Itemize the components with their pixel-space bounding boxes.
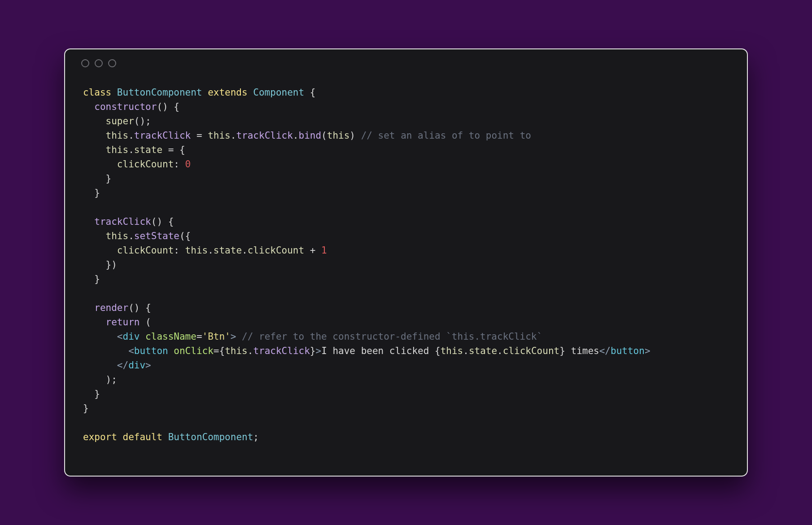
code-block: class ButtonComponent extends Component … bbox=[79, 85, 733, 444]
code-token: export bbox=[83, 432, 123, 442]
code-token: { bbox=[435, 346, 441, 356]
code-token: . bbox=[293, 130, 299, 141]
code-token: . bbox=[497, 346, 503, 356]
code-token: 0 bbox=[185, 159, 191, 170]
minimize-icon[interactable] bbox=[95, 59, 103, 67]
code-token: button bbox=[611, 346, 645, 356]
code-window: class ButtonComponent extends Component … bbox=[64, 48, 748, 477]
code-token: () { bbox=[157, 101, 179, 112]
code-token: div bbox=[123, 331, 146, 342]
close-icon[interactable] bbox=[81, 59, 89, 67]
code-token: < bbox=[128, 346, 134, 356]
code-token: . bbox=[128, 130, 134, 141]
code-token: clickCount bbox=[248, 245, 304, 256]
code-token bbox=[83, 360, 117, 371]
code-token: () { bbox=[128, 302, 151, 313]
code-token bbox=[83, 317, 106, 328]
code-token: ={ bbox=[214, 346, 225, 356]
code-token: = bbox=[191, 130, 208, 141]
code-token bbox=[83, 346, 128, 356]
code-token: trackClick bbox=[253, 346, 310, 356]
code-token: ; bbox=[253, 432, 259, 442]
code-token: clickCount bbox=[117, 159, 174, 170]
code-token: state bbox=[214, 245, 242, 256]
code-token bbox=[83, 302, 94, 313]
code-token bbox=[83, 231, 106, 241]
code-token: ( bbox=[321, 130, 327, 141]
code-token: (); bbox=[134, 116, 151, 127]
code-token: </ bbox=[599, 346, 611, 356]
code-token: this bbox=[106, 231, 129, 241]
code-token: this bbox=[441, 346, 463, 356]
code-token: : bbox=[174, 159, 185, 170]
code-token: super bbox=[106, 116, 134, 127]
code-token bbox=[83, 101, 94, 112]
code-token: = bbox=[196, 331, 202, 342]
code-token: return bbox=[106, 317, 146, 328]
code-token: : bbox=[174, 245, 185, 256]
code-token: trackClick bbox=[134, 130, 191, 141]
code-token: class bbox=[83, 87, 117, 98]
code-token bbox=[83, 245, 117, 256]
code-token: } bbox=[310, 346, 316, 356]
code-token: className bbox=[145, 331, 196, 342]
code-token: default bbox=[123, 432, 168, 442]
window-controls bbox=[81, 59, 733, 67]
code-token: } bbox=[83, 188, 100, 198]
code-token bbox=[83, 331, 117, 342]
code-token: constructor bbox=[94, 101, 157, 112]
code-token: ); bbox=[83, 374, 117, 385]
code-token: trackClick bbox=[94, 216, 151, 227]
code-token: > bbox=[231, 331, 236, 342]
code-token: () { bbox=[151, 216, 174, 227]
code-token: . bbox=[463, 346, 469, 356]
code-token: . bbox=[128, 231, 134, 241]
code-token: } bbox=[83, 173, 111, 184]
code-token: . bbox=[242, 245, 248, 256]
code-token: // set an alias of to point to bbox=[361, 130, 531, 141]
code-token: . bbox=[208, 245, 214, 256]
code-token: Component bbox=[253, 87, 310, 98]
code-token bbox=[83, 116, 106, 127]
code-token: clickCount bbox=[503, 346, 559, 356]
code-token: . bbox=[231, 130, 236, 141]
code-token: } bbox=[83, 274, 100, 284]
code-token: // refer to the constructor-defined `thi… bbox=[242, 331, 542, 342]
code-token: this bbox=[327, 130, 350, 141]
code-token: render bbox=[94, 302, 128, 313]
code-token: }) bbox=[83, 259, 117, 270]
code-token: } bbox=[559, 346, 565, 356]
code-token: bind bbox=[299, 130, 322, 141]
code-token: state bbox=[134, 144, 162, 155]
code-token: this bbox=[208, 130, 231, 141]
code-token: ( bbox=[145, 317, 151, 328]
code-token: div bbox=[128, 360, 145, 371]
code-token: I have been clicked bbox=[321, 346, 435, 356]
code-token: > bbox=[645, 346, 650, 356]
code-token: this bbox=[106, 130, 129, 141]
code-token: } bbox=[83, 403, 89, 414]
code-token bbox=[83, 144, 106, 155]
code-token bbox=[83, 216, 94, 227]
code-token: = { bbox=[162, 144, 185, 155]
code-token bbox=[83, 159, 117, 170]
code-token: > bbox=[315, 346, 321, 356]
code-token: ({ bbox=[179, 231, 191, 241]
code-token: 'Btn' bbox=[202, 331, 231, 342]
code-token: { bbox=[310, 87, 316, 98]
code-token: times bbox=[565, 346, 599, 356]
code-token: clickCount bbox=[117, 245, 174, 256]
code-token: ButtonComponent bbox=[168, 432, 253, 442]
code-token: < bbox=[117, 331, 123, 342]
code-token: . bbox=[128, 144, 134, 155]
code-token: </ bbox=[117, 360, 128, 371]
code-token: trackClick bbox=[236, 130, 292, 141]
maximize-icon[interactable] bbox=[108, 59, 116, 67]
code-token: this bbox=[225, 346, 248, 356]
code-token: this bbox=[106, 144, 129, 155]
code-token: this bbox=[185, 245, 208, 256]
code-token: button bbox=[134, 346, 174, 356]
code-token: setState bbox=[134, 231, 179, 241]
code-token: state bbox=[469, 346, 497, 356]
code-token: > bbox=[145, 360, 151, 371]
